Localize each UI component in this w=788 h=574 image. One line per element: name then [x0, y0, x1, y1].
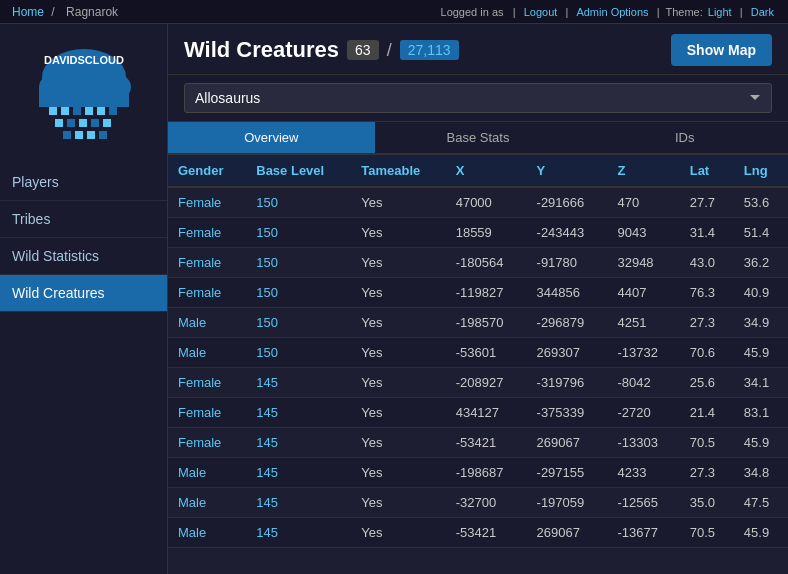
- cell-5-0: Male: [168, 338, 246, 368]
- cell-3-4: 344856: [527, 278, 608, 308]
- cell-0-6: 27.7: [680, 187, 734, 218]
- page-title-area: Wild Creatures 63 / 27,113: [184, 37, 459, 63]
- svg-rect-11: [67, 119, 75, 127]
- cell-9-2: Yes: [351, 458, 445, 488]
- cell-10-0: Male: [168, 488, 246, 518]
- cell-6-0: Female: [168, 368, 246, 398]
- tab-ids-label: IDs: [675, 130, 695, 145]
- cell-10-7: 47.5: [734, 488, 788, 518]
- svg-rect-12: [79, 119, 87, 127]
- cell-4-1: 150: [246, 308, 351, 338]
- svg-rect-16: [75, 131, 83, 139]
- show-map-button[interactable]: Show Map: [671, 34, 772, 66]
- cell-6-5: -8042: [607, 368, 679, 398]
- cell-11-7: 45.9: [734, 518, 788, 548]
- cell-0-4: -291666: [527, 187, 608, 218]
- theme-label: Theme:: [665, 6, 702, 18]
- col-header-tameable: Tameable: [351, 155, 445, 187]
- sidebar-item-tribes-label: Tribes: [12, 211, 50, 227]
- tab-overview-label: Overview: [244, 130, 298, 145]
- sidebar-item-wild-statistics-label: Wild Statistics: [12, 248, 99, 264]
- top-right-links: Logged in as | Logout | Admin Options | …: [441, 6, 776, 18]
- cell-6-3: -208927: [446, 368, 527, 398]
- cell-1-7: 51.4: [734, 218, 788, 248]
- sidebar-navigation: Players Tribes Wild Statistics Wild Crea…: [0, 164, 167, 312]
- cell-2-7: 36.2: [734, 248, 788, 278]
- creature-dropdown[interactable]: Allosaurus: [184, 83, 772, 113]
- sidebar-item-tribes[interactable]: Tribes: [0, 201, 167, 238]
- cell-11-5: -13677: [607, 518, 679, 548]
- breadcrumb-home[interactable]: Home: [12, 5, 44, 19]
- svg-rect-17: [87, 131, 95, 139]
- cell-2-0: Female: [168, 248, 246, 278]
- cell-4-3: -198570: [446, 308, 527, 338]
- cell-1-3: 18559: [446, 218, 527, 248]
- cell-3-2: Yes: [351, 278, 445, 308]
- cell-9-6: 27.3: [680, 458, 734, 488]
- table-row: Female145Yes-208927-319796-804225.634.1: [168, 368, 788, 398]
- dropdown-container: Allosaurus: [168, 75, 788, 122]
- cell-6-2: Yes: [351, 368, 445, 398]
- col-header-lng: Lng: [734, 155, 788, 187]
- cell-5-3: -53601: [446, 338, 527, 368]
- top-bar: Home / Ragnarok Logged in as | Logout | …: [0, 0, 788, 24]
- cell-10-3: -32700: [446, 488, 527, 518]
- table-row: Female150Yes-180564-917803294843.036.2: [168, 248, 788, 278]
- theme-dark-link[interactable]: Dark: [751, 6, 774, 18]
- count-badge: 63: [347, 40, 379, 60]
- cell-9-3: -198687: [446, 458, 527, 488]
- table-container[interactable]: Gender Base Level Tameable X Y Z Lat Lng…: [168, 155, 788, 574]
- tab-overview[interactable]: Overview: [168, 122, 375, 153]
- layout: DAVIDSCLOUD Players Tribes Wild Statisti…: [0, 24, 788, 574]
- logout-link[interactable]: Logout: [524, 6, 558, 18]
- cell-6-6: 25.6: [680, 368, 734, 398]
- page-title: Wild Creatures: [184, 37, 339, 63]
- table-row: Female150Yes18559-243443904331.451.4: [168, 218, 788, 248]
- cell-7-5: -2720: [607, 398, 679, 428]
- cell-10-6: 35.0: [680, 488, 734, 518]
- sidebar-item-players[interactable]: Players: [0, 164, 167, 201]
- content-header: Wild Creatures 63 / 27,113 Show Map: [168, 24, 788, 75]
- svg-rect-9: [109, 107, 117, 115]
- cell-0-5: 470: [607, 187, 679, 218]
- sidebar-item-wild-creatures[interactable]: Wild Creatures: [0, 275, 167, 312]
- cell-9-1: 145: [246, 458, 351, 488]
- tab-ids[interactable]: IDs: [581, 122, 788, 153]
- svg-rect-7: [85, 107, 93, 115]
- cell-11-4: 269067: [527, 518, 608, 548]
- col-header-y: Y: [527, 155, 608, 187]
- table-row: Female150Yes-119827344856440776.340.9: [168, 278, 788, 308]
- tab-base-stats-label: Base Stats: [447, 130, 510, 145]
- cell-8-1: 145: [246, 428, 351, 458]
- col-header-gender: Gender: [168, 155, 246, 187]
- cell-7-1: 145: [246, 398, 351, 428]
- logo-icon: DAVIDSCLOUD: [19, 39, 149, 149]
- cell-10-5: -12565: [607, 488, 679, 518]
- cell-2-2: Yes: [351, 248, 445, 278]
- sidebar-item-players-label: Players: [12, 174, 59, 190]
- cell-2-3: -180564: [446, 248, 527, 278]
- col-header-lat: Lat: [680, 155, 734, 187]
- table-row: Male145Yes-53421269067-1367770.545.9: [168, 518, 788, 548]
- logo-container: DAVIDSCLOUD: [14, 34, 154, 154]
- sidebar-item-wild-statistics[interactable]: Wild Statistics: [0, 238, 167, 275]
- cell-1-1: 150: [246, 218, 351, 248]
- cell-2-6: 43.0: [680, 248, 734, 278]
- cell-7-7: 83.1: [734, 398, 788, 428]
- cell-1-4: -243443: [527, 218, 608, 248]
- cell-9-7: 34.8: [734, 458, 788, 488]
- theme-light-link[interactable]: Light: [708, 6, 732, 18]
- cell-6-1: 145: [246, 368, 351, 398]
- admin-link[interactable]: Admin Options: [576, 6, 648, 18]
- tab-base-stats[interactable]: Base Stats: [375, 122, 582, 153]
- cell-8-3: -53421: [446, 428, 527, 458]
- cell-11-2: Yes: [351, 518, 445, 548]
- cell-5-4: 269307: [527, 338, 608, 368]
- table-row: Female145Yes-53421269067-1330370.545.9: [168, 428, 788, 458]
- cell-0-1: 150: [246, 187, 351, 218]
- table-row: Female150Yes47000-29166647027.753.6: [168, 187, 788, 218]
- table-row: Male145Yes-32700-197059-1256535.047.5: [168, 488, 788, 518]
- cell-1-0: Female: [168, 218, 246, 248]
- breadcrumb-current: Ragnarok: [66, 5, 118, 19]
- cell-8-4: 269067: [527, 428, 608, 458]
